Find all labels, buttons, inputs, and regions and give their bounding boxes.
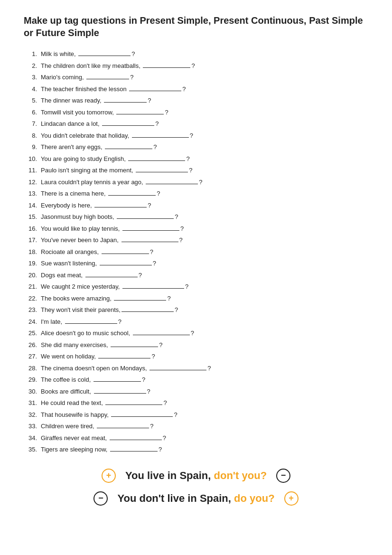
answer-blank	[129, 91, 181, 91]
list-item: 10.You are going to study English, ?	[24, 154, 368, 164]
question-text: Tigers are sleeping now, ?	[41, 445, 368, 454]
minus-icon-1: −	[276, 469, 290, 483]
question-text: Children were tired, ?	[41, 422, 368, 431]
list-item: 33.Children were tired, ?	[24, 422, 368, 431]
list-item: 11.Paulo isn't singing at the moment, ?	[24, 166, 368, 175]
question-text: You would like to play tennis, ?	[41, 224, 368, 234]
question-text: Alice doesn't go to music school, ?	[41, 329, 368, 338]
question-text: You didn't celebrate that holiday, ?	[41, 131, 368, 141]
list-item: 26.She did many exercises, ?	[24, 340, 368, 350]
answer-blank	[94, 393, 146, 394]
question-text: There aren't any eggs, ?	[41, 142, 368, 152]
question-text: You are going to study English, ?	[41, 154, 368, 164]
questions-list: 1.Milk is white, ?2.The children don't l…	[24, 49, 368, 454]
question-number: 28.	[24, 364, 41, 373]
answer-blank	[146, 184, 198, 184]
question-text: Tomwill visit you tomorrow, ?	[41, 108, 368, 117]
list-item: 34.Giraffes never eat meat, ?	[24, 433, 368, 443]
question-text: Sue wasn't listening, ?	[41, 259, 368, 268]
question-number: 17.	[24, 235, 41, 245]
list-item: 17.You've never been to Japan, ?	[24, 235, 368, 245]
answer-blank	[105, 149, 152, 149]
question-number: 3.	[24, 73, 41, 82]
question-number: 19.	[24, 259, 41, 268]
list-item: 4.The teacher finished the lesson ?	[24, 85, 368, 94]
question-text: The cinema doesn't open on Mondays, ?	[41, 364, 368, 373]
question-text: The coffee is cold, ?	[41, 375, 368, 385]
question-text: Giraffes never eat meat, ?	[41, 433, 368, 443]
answer-blank	[102, 254, 149, 254]
question-number: 22.	[24, 294, 41, 303]
question-number: 18.	[24, 247, 41, 257]
list-item: 5.The dinner was ready, ?	[24, 96, 368, 105]
question-number: 13.	[24, 189, 41, 198]
list-item: 23.They won't visit their parents,?	[24, 305, 368, 315]
plus-icon-1: +	[102, 469, 116, 483]
list-item: 20.Dogs eat meat, ?	[24, 271, 368, 280]
question-text: Dogs eat meat, ?	[41, 271, 368, 280]
question-text: That housewife is happy, ?	[41, 410, 368, 420]
answer-blank	[104, 102, 147, 103]
question-text: The children don't like my meatballs, ?	[41, 61, 368, 71]
list-item: 21.We caught 2 mice yesterday, ?	[24, 282, 368, 292]
answer-blank	[85, 277, 138, 277]
answer-blank	[122, 288, 184, 289]
answer-blank	[86, 79, 129, 79]
example-sentence-1: You live in Spain, don't you?	[125, 470, 267, 482]
answer-blank	[116, 114, 164, 114]
question-number: 27.	[24, 352, 41, 361]
answer-blank	[105, 404, 162, 405]
list-item: 3.Mario's coming, ?	[24, 73, 368, 82]
question-number: 31.	[24, 398, 41, 408]
answer-blank	[143, 67, 190, 68]
answer-blank	[65, 323, 117, 324]
question-number: 20.	[24, 271, 41, 280]
answer-blank	[117, 218, 174, 219]
list-item: 16.You would like to play tennis, ?	[24, 224, 368, 234]
answer-blank	[98, 358, 150, 358]
list-item: 22.The books were amazing, ?	[24, 294, 368, 303]
answer-blank	[78, 56, 131, 56]
question-number: 11.	[24, 166, 41, 175]
question-number: 7.	[24, 119, 41, 129]
question-number: 25.	[24, 329, 41, 338]
question-number: 29.	[24, 375, 41, 385]
answer-blank	[108, 195, 156, 196]
question-text: You've never been to Japan, ?	[41, 235, 368, 245]
question-number: 9.	[24, 142, 41, 152]
question-text: They won't visit their parents,?	[41, 305, 368, 315]
answer-blank	[132, 137, 189, 138]
list-item: 28.The cinema doesn't open on Mondays, ?	[24, 364, 368, 373]
question-text: Rocioate all oranges, ?	[41, 247, 368, 257]
question-text: She did many exercises, ?	[41, 340, 368, 350]
example2-black: You don't live in Spain,	[117, 492, 231, 504]
list-item: 12.Laura couldn't play tennis a year ago…	[24, 178, 368, 187]
answer-blank	[102, 125, 154, 126]
question-text: Everybody is here, ?	[41, 201, 368, 210]
question-number: 2.	[24, 61, 41, 71]
answer-blank	[121, 242, 178, 242]
list-item: 30.Books are difficult, ?	[24, 387, 368, 396]
question-text: The teacher finished the lesson ?	[41, 85, 368, 94]
list-item: 9.There aren't any eggs, ?	[24, 142, 368, 152]
example-section: + You live in Spain, don't you? − − You …	[24, 469, 368, 506]
question-text: Milk is white, ?	[41, 49, 368, 59]
answer-blank	[121, 311, 174, 312]
question-number: 23.	[24, 305, 41, 315]
list-item: 14.Everybody is here, ?	[24, 201, 368, 210]
answer-blank	[149, 370, 206, 370]
answer-blank	[128, 160, 185, 161]
question-number: 16.	[24, 224, 41, 234]
question-number: 6.	[24, 108, 41, 117]
list-item: 25.Alice doesn't go to music school, ?	[24, 329, 368, 338]
minus-icon-2: −	[93, 491, 108, 506]
list-item: 31.He could read the text, ?	[24, 398, 368, 408]
answer-blank	[114, 300, 166, 301]
answer-blank	[110, 451, 158, 452]
answer-blank	[110, 440, 162, 440]
answer-blank	[97, 428, 149, 428]
question-number: 12.	[24, 178, 41, 187]
question-text: Books are difficult, ?	[41, 387, 368, 396]
list-item: 27.We went on holiday, ?	[24, 352, 368, 361]
list-item: 19.Sue wasn't listening, ?	[24, 259, 368, 268]
